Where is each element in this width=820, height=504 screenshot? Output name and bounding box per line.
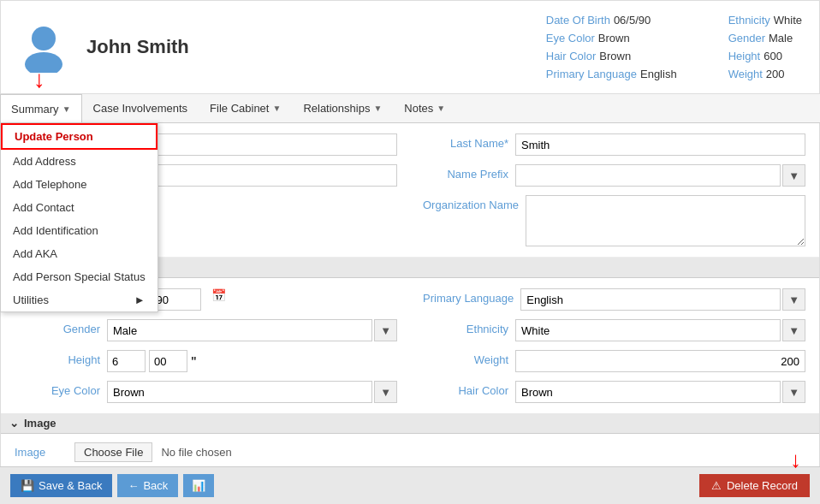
page-wrapper: ↓ John Smith Date Of Birth 06/5/90 Eye C… [0, 0, 820, 504]
ethnicity-row: Ethnicity ▼ [423, 319, 805, 341]
menu-utilities-label: Utilities [13, 294, 49, 306]
dob-value: 06/5/90 [614, 14, 651, 27]
primary-lang-field: ▼ [520, 288, 805, 311]
eye-color-field: ▼ [107, 381, 397, 403]
height-form-label: Height [15, 350, 100, 366]
summary-dropdown: Update Person Add Address Add Telephone … [0, 122, 158, 312]
file-caret: ▼ [272, 104, 281, 113]
menu-add-telephone[interactable]: Add Telephone [1, 173, 157, 196]
menu-add-address[interactable]: Add Address [1, 150, 157, 173]
image-header[interactable]: ⌄ Image [1, 413, 819, 434]
name-prefix-input[interactable] [515, 164, 781, 187]
eye-color-value: Brown [598, 32, 630, 44]
calendar-icon[interactable]: 📅 [211, 288, 226, 302]
save-back-button[interactable]: 💾 Save & Back [10, 474, 112, 497]
gender-form-label: Gender [15, 319, 100, 335]
dob-detail: Date Of Birth 06/5/90 [546, 14, 677, 27]
chart-icon: 📊 [192, 479, 205, 492]
eye-color-label: Eye Color [546, 32, 595, 44]
choose-file-button[interactable]: Choose File [74, 442, 152, 462]
hair-color-form-label: Hair Color [423, 381, 508, 397]
save-icon: 💾 [21, 479, 34, 492]
tab-file-cabinet[interactable]: File Cabinet ▼ [199, 94, 292, 122]
org-name-input[interactable] [526, 195, 805, 246]
delete-record-button[interactable]: ⚠ Delete Record [699, 474, 810, 497]
menu-update-person[interactable]: Update Person [1, 123, 157, 150]
ethnicity-input[interactable] [515, 319, 781, 341]
height-ft-input[interactable] [107, 350, 146, 372]
image-row: Image Choose File No file chosen [15, 442, 805, 462]
eye-color-input[interactable] [107, 381, 372, 403]
notes-caret: ▼ [437, 104, 445, 113]
image-collapse-icon: ⌄ [9, 417, 19, 430]
avatar-area: ↓ [18, 21, 69, 73]
tab-case-involvements[interactable]: Case Involvements [82, 94, 199, 122]
image-title: Image [24, 417, 56, 430]
no-file-text: No file chosen [161, 446, 231, 459]
height-separator: " [191, 354, 197, 368]
hair-color-row: Hair Color ▼ [423, 381, 805, 403]
delete-icon: ⚠ [711, 479, 722, 492]
tab-notes[interactable]: Notes ▼ [393, 94, 456, 122]
gender-detail: Gender Male [728, 32, 802, 44]
menu-add-identification[interactable]: Add Identification [1, 219, 157, 242]
name-prefix-row: Name Prefix ▼ [423, 164, 805, 187]
hair-color-detail: Hair Color Brown [546, 50, 677, 62]
hair-color-caret[interactable]: ▼ [782, 381, 805, 403]
back-button[interactable]: ← Back [117, 474, 178, 497]
utilities-arrow: ► [134, 294, 146, 306]
tab-case-label: Case Involvements [93, 102, 188, 115]
image-section: ⌄ Image Image Choose File No file chosen [1, 413, 819, 471]
detail-col-1: Date Of Birth 06/5/90 Eye Color Brown Ha… [546, 14, 677, 80]
weight-input[interactable] [515, 350, 805, 372]
ethnicity-value: White [774, 14, 802, 27]
save-back-label: Save & Back [39, 479, 102, 492]
image-label: Image [15, 446, 66, 459]
hair-color-label: Hair Color [546, 50, 597, 62]
weight-value: 200 [766, 68, 785, 80]
name-right: Last Name* Name Prefix ▼ Organization Na… [423, 133, 805, 246]
tab-bar: Summary ▼ Case Involvements File Cabinet… [0, 94, 820, 123]
image-body: Image Choose File No file chosen [1, 434, 819, 471]
demo-right: Primary Language ▼ Ethnicity ▼ [423, 288, 805, 403]
ethnicity-caret[interactable]: ▼ [782, 319, 805, 341]
ethnicity-detail: Ethnicity White [728, 14, 802, 27]
primary-lang-detail: Primary Language English [546, 68, 677, 80]
dob-label: Date Of Birth [546, 14, 610, 27]
footer-right: ↓ ⚠ Delete Record [699, 474, 810, 497]
primary-lang-caret[interactable]: ▼ [782, 288, 805, 311]
tab-relationships[interactable]: Relationships ▼ [292, 94, 393, 122]
detail-col-2: Ethnicity White Gender Male Height 600 W… [728, 14, 802, 80]
menu-add-contact[interactable]: Add Contact [1, 196, 157, 219]
last-name-input[interactable] [515, 133, 805, 156]
menu-utilities[interactable]: Utilities ► [1, 288, 157, 311]
height-in-input[interactable] [149, 350, 187, 372]
chart-button[interactable]: 📊 [183, 474, 214, 497]
eye-color-caret[interactable]: ▼ [374, 381, 397, 403]
delete-arrow-indicator: ↓ [790, 447, 801, 473]
header-details: Date Of Birth 06/5/90 Eye Color Brown Ha… [546, 14, 802, 80]
tab-notes-label: Notes [404, 102, 433, 115]
tab-summary[interactable]: Summary ▼ [0, 94, 82, 123]
gender-caret[interactable]: ▼ [374, 319, 397, 341]
hair-color-input[interactable] [515, 381, 781, 403]
weight-detail: Weight 200 [728, 68, 802, 80]
primary-lang-input[interactable] [520, 288, 781, 311]
eye-color-detail: Eye Color Brown [546, 32, 677, 44]
arrow-indicator: ↓ [33, 68, 45, 92]
footer-left: 💾 Save & Back ← Back 📊 [10, 474, 214, 497]
weight-form-label: Weight [423, 350, 508, 366]
ethnicity-form-label: Ethnicity [423, 319, 508, 335]
gender-input[interactable] [107, 319, 372, 341]
menu-add-special-status[interactable]: Add Person Special Status [1, 265, 157, 288]
person-name: John Smith [86, 36, 189, 58]
primary-lang-form-label: Primary Language [423, 288, 514, 305]
tab-summary-label: Summary [11, 103, 59, 116]
ethnicity-label: Ethnicity [728, 14, 770, 27]
weight-label: Weight [728, 68, 763, 80]
gender-label: Gender [728, 32, 765, 44]
primary-lang-value: English [640, 68, 677, 80]
footer: 💾 Save & Back ← Back 📊 ↓ ⚠ Delete Record [0, 466, 820, 504]
name-prefix-caret[interactable]: ▼ [782, 164, 805, 187]
menu-add-aka[interactable]: Add AKA [1, 242, 157, 265]
